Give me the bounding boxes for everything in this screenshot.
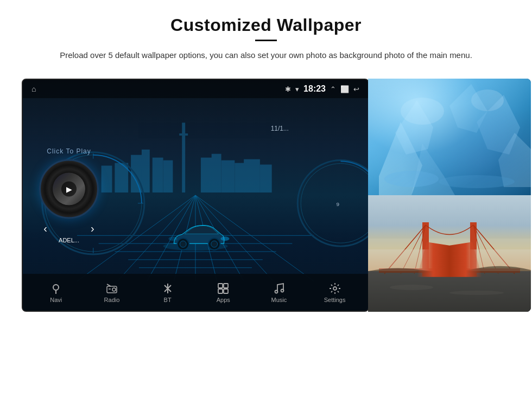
expand-icon[interactable]: ⌃ <box>330 85 336 93</box>
nav-radio-label: Radio <box>104 297 120 303</box>
vinyl-record[interactable]: ▶ <box>39 159 99 219</box>
play-button[interactable]: ▶ <box>61 182 77 197</box>
svg-point-34 <box>221 237 230 241</box>
content-row: 11/1... 9 <box>22 79 510 312</box>
home-icon[interactable]: ⌂ <box>31 85 36 93</box>
nav-apps-label: Apps <box>217 297 230 303</box>
svg-rect-12 <box>244 159 260 192</box>
svg-point-33 <box>211 241 218 247</box>
wallpaper-photo-ice <box>368 79 531 195</box>
prev-button[interactable]: ‹ <box>43 222 47 235</box>
svg-point-58 <box>333 287 337 290</box>
svg-rect-6 <box>153 158 163 192</box>
radio-icon <box>105 282 118 295</box>
nav-music[interactable]: Music <box>263 282 295 303</box>
svg-rect-1 <box>179 133 188 136</box>
bridge-photo <box>368 195 531 312</box>
svg-point-56 <box>275 290 277 293</box>
page-title: Customized Wallpaper <box>60 15 472 35</box>
svg-rect-8 <box>201 158 213 192</box>
svg-point-35 <box>168 237 177 241</box>
svg-rect-7 <box>163 160 173 192</box>
music-icon <box>273 282 286 295</box>
svg-rect-54 <box>218 289 223 293</box>
nav-navi-label: Navi <box>50 297 62 303</box>
svg-text:9: 9 <box>337 201 340 207</box>
nav-radio[interactable]: Radio <box>96 282 128 303</box>
car-screen: 11/1... 9 <box>22 79 369 312</box>
photos-column <box>368 79 531 312</box>
nav-apps[interactable]: Apps <box>207 282 239 303</box>
svg-rect-10 <box>221 160 235 192</box>
svg-rect-59 <box>368 79 531 195</box>
bottom-nav: Navi Radio BT <box>23 274 368 311</box>
next-button[interactable]: › <box>91 222 94 235</box>
settings-icon <box>328 282 341 295</box>
nav-bt-label: BT <box>164 297 172 303</box>
svg-point-31 <box>180 241 186 247</box>
apps-icon <box>217 282 230 295</box>
window-icon[interactable]: ⬜ <box>340 85 349 93</box>
track-name: ADEL... <box>59 237 79 243</box>
svg-rect-55 <box>224 289 228 293</box>
nav-navi[interactable]: Navi <box>40 282 72 303</box>
svg-marker-63 <box>449 84 487 133</box>
svg-point-49 <box>112 288 116 291</box>
svg-point-69 <box>471 89 504 111</box>
svg-point-57 <box>281 289 283 292</box>
nav-settings[interactable]: Settings <box>319 282 351 303</box>
svg-rect-13 <box>260 165 272 193</box>
ice-photo <box>368 79 531 195</box>
svg-rect-5 <box>102 166 112 193</box>
nav-music-label: Music <box>271 297 287 303</box>
svg-marker-64 <box>477 95 520 155</box>
page-subtitle: Preload over 5 default wallpaper options… <box>60 49 472 61</box>
svg-rect-52 <box>218 284 223 288</box>
svg-rect-0 <box>182 123 185 193</box>
bt-icon <box>161 282 174 295</box>
status-bar: ⌂ ✱ ▾ 18:23 ⌃ ⬜ ↩ <box>23 80 368 98</box>
page-container: Customized Wallpaper Preload over 5 defa… <box>0 0 532 411</box>
signal-icon: ▾ <box>295 85 299 93</box>
nav-settings-label: Settings <box>324 297 346 303</box>
svg-rect-3 <box>142 150 150 192</box>
status-time: 18:23 <box>303 84 326 94</box>
navi-icon <box>49 282 62 295</box>
svg-text:11/1...: 11/1... <box>271 125 289 132</box>
nav-bt[interactable]: BT <box>151 282 184 303</box>
svg-marker-60 <box>379 122 422 195</box>
status-right: ✱ ▾ 18:23 ⌃ ⬜ ↩ <box>285 84 359 94</box>
svg-point-43 <box>297 160 368 247</box>
title-divider <box>255 40 277 41</box>
svg-rect-9 <box>212 154 221 192</box>
back-icon[interactable]: ↩ <box>353 85 359 93</box>
svg-rect-53 <box>224 284 228 288</box>
vinyl-inner: ▶ <box>53 173 85 206</box>
svg-marker-62 <box>395 100 433 155</box>
music-player: Click To Play ▶ ‹ › ADEL... <box>39 147 99 243</box>
svg-point-44 <box>301 164 368 243</box>
svg-marker-61 <box>411 144 455 195</box>
click-to-play-text: Click To Play <box>47 147 91 155</box>
title-section: Customized Wallpaper Preload over 5 defa… <box>60 15 472 73</box>
svg-point-68 <box>401 98 444 125</box>
svg-point-46 <box>53 285 59 290</box>
nav-arrows: ‹ › <box>43 222 94 235</box>
svg-point-66 <box>384 171 439 187</box>
svg-marker-65 <box>498 133 531 187</box>
bluetooth-icon: ✱ <box>285 85 291 93</box>
wallpaper-photo-bridge <box>368 195 531 312</box>
svg-point-67 <box>439 175 515 188</box>
